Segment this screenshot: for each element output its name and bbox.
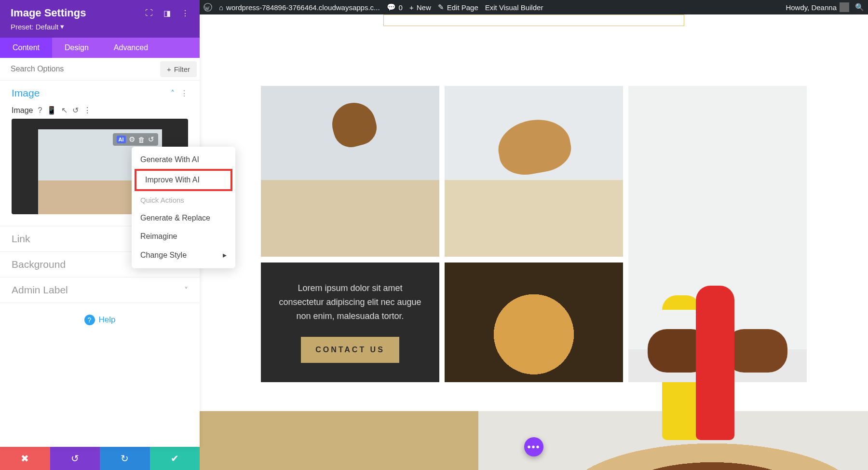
grid-image-1[interactable] [261, 86, 439, 257]
more-icon[interactable]: ⋮ [181, 9, 189, 18]
mobile-icon[interactable]: 📱 [47, 106, 56, 115]
wp-adminbar: ⌂wordpress-784896-3766464.cloudwaysapps.… [200, 0, 868, 14]
chevron-right-icon: ▸ [223, 250, 227, 260]
builder-fab[interactable]: ••• [524, 437, 543, 456]
edit-page-link[interactable]: ✎Edit Page [438, 3, 478, 12]
section-admin-label: Admin Label ˅ [0, 277, 200, 303]
image-toolbar: AI ⚙ 🗑 ↺ [113, 133, 158, 146]
filter-button[interactable]: +Filter [160, 61, 197, 77]
dd-improve-with-ai[interactable]: Improve With AI [135, 169, 232, 191]
image-field-row: Image ? 📱 ↖ ↺ ⋮ [12, 106, 188, 115]
gear-icon[interactable]: ⚙ [129, 135, 135, 144]
dd-quick-actions-header: Quick Actions [132, 191, 235, 209]
site-link[interactable]: ⌂wordpress-784896-3766464.cloudwaysapps.… [219, 3, 380, 12]
selected-module-outline[interactable] [383, 14, 684, 26]
undo-button[interactable]: ↺ [50, 447, 100, 470]
section-image-header[interactable]: Image ˄ ⋮ [0, 81, 200, 106]
cta-card: Lorem ipsum dolor sit amet consectetur a… [261, 263, 439, 382]
grid-image-2[interactable] [445, 86, 623, 257]
search-row: +Filter [0, 58, 200, 81]
redo-button[interactable]: ↻ [100, 447, 150, 470]
bottom-left-panel[interactable] [200, 411, 478, 470]
settings-title: Image Settings [11, 7, 86, 19]
comments-link[interactable]: 💬0 [387, 3, 403, 12]
field-more-icon[interactable]: ⋮ [83, 106, 91, 115]
dd-reimagine[interactable]: Reimagine [132, 227, 235, 246]
sidebar-action-bar: ✖ ↺ ↻ ✔ [0, 447, 200, 470]
ai-dropdown: Generate With AI Improve With AI Quick A… [132, 147, 235, 268]
help-link[interactable]: ? Help [0, 303, 200, 337]
cursor-icon[interactable]: ↖ [61, 106, 68, 115]
comment-icon: 💬 [387, 3, 396, 12]
chevron-down-icon: ▾ [60, 22, 64, 31]
new-link[interactable]: +New [409, 3, 431, 12]
trash-icon[interactable]: 🗑 [138, 136, 145, 144]
ai-badge[interactable]: AI [117, 136, 126, 143]
search-icon[interactable]: 🔍 [855, 3, 864, 12]
cta-text: Lorem ipsum dolor sit amet consectetur a… [275, 281, 425, 323]
tab-design[interactable]: Design [52, 38, 101, 58]
pencil-icon: ✎ [438, 3, 444, 12]
help-icon[interactable]: ? [38, 106, 42, 115]
dd-generate-with-ai[interactable]: Generate With AI [132, 151, 235, 169]
dd-generate-replace[interactable]: Generate & Replace [132, 209, 235, 227]
howdy-link[interactable]: Howdy, Deanna [786, 2, 849, 12]
contact-us-button[interactable]: CONTACT US [301, 337, 399, 363]
reset-icon[interactable]: ↺ [72, 106, 79, 115]
plus-icon: + [409, 3, 414, 12]
grid-image-4[interactable] [445, 263, 623, 382]
section-more-icon[interactable]: ⋮ [180, 89, 188, 98]
preset-selector[interactable]: Preset: Default ▾ [11, 22, 189, 31]
section-admin-header[interactable]: Admin Label ˅ [0, 277, 200, 303]
page-content: Lorem ipsum dolor sit amet consectetur a… [200, 14, 868, 470]
home-icon: ⌂ [219, 3, 223, 12]
save-button[interactable]: ✔ [150, 447, 200, 470]
cancel-button[interactable]: ✖ [0, 447, 50, 470]
sidebar-header: Image Settings ⛶ ◨ ⋮ Preset: Default ▾ [0, 0, 200, 38]
image-grid: Lorem ipsum dolor sit amet consectetur a… [261, 86, 807, 382]
expand-icon[interactable]: ⛶ [145, 9, 153, 18]
exit-builder-link[interactable]: Exit Visual Builder [485, 3, 543, 12]
plus-icon: + [167, 65, 171, 73]
reset-image-icon[interactable]: ↺ [148, 135, 154, 144]
avatar [840, 2, 849, 12]
settings-tabs: Content Design Advanced [0, 38, 200, 58]
tab-content[interactable]: Content [0, 38, 52, 58]
search-input[interactable] [0, 58, 160, 80]
chevron-down-icon: ˅ [184, 286, 188, 295]
dd-change-style[interactable]: Change Style ▸ [132, 246, 235, 264]
chevron-up-icon: ˄ [171, 89, 175, 98]
dock-icon[interactable]: ◨ [163, 9, 171, 18]
wp-logo-icon[interactable] [203, 3, 212, 12]
tab-advanced[interactable]: Advanced [101, 38, 161, 58]
grid-image-3[interactable] [628, 86, 807, 382]
help-badge-icon: ? [84, 315, 95, 325]
